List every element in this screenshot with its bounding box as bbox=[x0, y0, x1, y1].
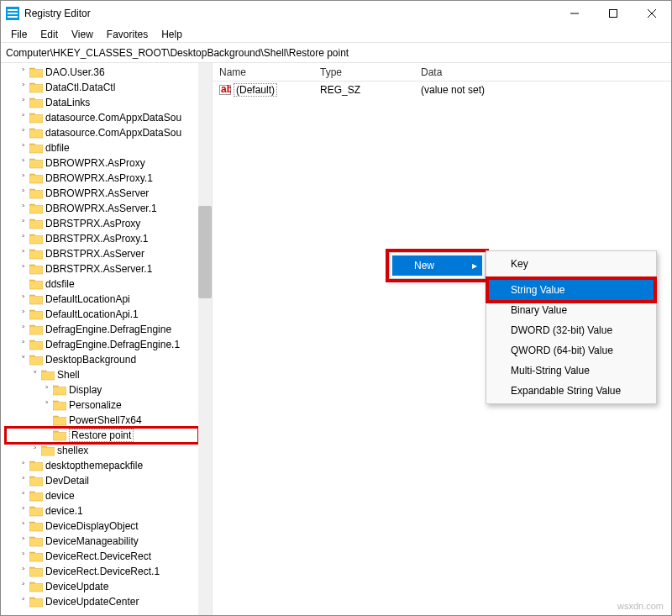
ctx-item[interactable]: Expandable String Value bbox=[489, 381, 654, 401]
menu-edit[interactable]: Edit bbox=[34, 27, 65, 42]
collapse-icon[interactable]: ˅ bbox=[29, 370, 41, 381]
expand-icon[interactable]: ˃ bbox=[18, 491, 29, 502]
value-row[interactable]: ab (Default) REG_SZ (value not set) bbox=[213, 82, 671, 98]
tree-item[interactable]: ˃DBROWPRX.AsServer.1 bbox=[6, 201, 198, 216]
tree-item[interactable]: ˃DBRSTPRX.AsProxy bbox=[6, 216, 198, 231]
menu-favorites[interactable]: Favorites bbox=[100, 27, 155, 42]
tree-label: device bbox=[45, 490, 75, 502]
expand-icon[interactable]: ˃ bbox=[18, 234, 29, 245]
expand-icon[interactable]: ˃ bbox=[18, 461, 29, 471]
expand-icon[interactable]: ˃ bbox=[18, 264, 29, 275]
tree-label: DefaultLocationApi.1 bbox=[45, 308, 139, 320]
tree-item[interactable]: ˃DefragEngine.DefragEngine bbox=[6, 322, 198, 337]
context-menu-primary: New ▸ bbox=[389, 252, 486, 279]
expand-icon[interactable]: ˃ bbox=[18, 506, 29, 517]
tree-item[interactable]: ˃device.1 bbox=[6, 503, 198, 519]
context-submenu-new: KeyString ValueBinary ValueDWORD (32-bit… bbox=[486, 250, 657, 404]
tree-item[interactable]: ˃DevDetail bbox=[6, 473, 198, 488]
tree-item[interactable]: ·PowerShell7x64 bbox=[6, 413, 198, 428]
expand-icon[interactable]: ˃ bbox=[18, 476, 29, 487]
ctx-new[interactable]: New ▸ bbox=[392, 255, 482, 276]
tree-item[interactable]: ˃DeviceRect.DeviceRect.1 bbox=[6, 564, 198, 579]
tree-item[interactable]: ˃DBRSTPRX.AsProxy.1 bbox=[6, 231, 198, 246]
expand-icon[interactable]: ˃ bbox=[18, 158, 29, 169]
tree-item[interactable]: ˃DAO.User.36 bbox=[6, 65, 198, 80]
expand-icon[interactable]: ˃ bbox=[18, 97, 29, 108]
ctx-item[interactable]: String Value bbox=[489, 280, 654, 300]
expand-icon[interactable]: ˃ bbox=[18, 173, 29, 184]
col-type[interactable]: Type bbox=[313, 66, 414, 78]
expand-icon[interactable]: ˃ bbox=[18, 218, 29, 229]
tree-item[interactable]: ˃DeviceManageability bbox=[6, 534, 198, 549]
expand-icon[interactable]: ˃ bbox=[18, 67, 29, 78]
minimize-button[interactable] bbox=[555, 1, 594, 26]
tree-item[interactable]: ˃DataCtl.DataCtl bbox=[6, 80, 198, 95]
expand-icon[interactable]: ˃ bbox=[18, 340, 29, 350]
maximize-button[interactable] bbox=[594, 1, 633, 26]
expand-icon[interactable]: ˃ bbox=[18, 294, 29, 305]
tree-item[interactable]: ˃DefragEngine.DefragEngine.1 bbox=[6, 337, 198, 352]
ctx-item[interactable]: Binary Value bbox=[489, 300, 654, 320]
expand-icon[interactable]: ˃ bbox=[29, 445, 41, 456]
tree-item[interactable]: ˃DeviceUpdate bbox=[6, 579, 198, 594]
tree-scrollbar[interactable] bbox=[198, 63, 212, 615]
menu-help[interactable]: Help bbox=[155, 27, 189, 42]
expand-icon[interactable]: ˃ bbox=[18, 113, 29, 124]
tree-item[interactable]: ˃shellex bbox=[6, 443, 198, 458]
tree-item[interactable]: ˃desktopthemepackfile bbox=[6, 458, 198, 473]
ctx-item[interactable]: Key bbox=[489, 254, 654, 274]
tree-item[interactable]: ˃Personalize bbox=[6, 398, 198, 413]
expand-icon[interactable]: ˃ bbox=[18, 143, 29, 154]
tree-item[interactable]: ˃DBRSTPRX.AsServer.1 bbox=[6, 261, 198, 276]
ctx-item[interactable]: Multi-String Value bbox=[489, 361, 654, 381]
tree-item[interactable]: ·ddsfile bbox=[6, 276, 198, 292]
tree-item[interactable]: ˃DataLinks bbox=[6, 95, 198, 110]
address-bar[interactable]: Computer\HKEY_CLASSES_ROOT\DesktopBackgr… bbox=[1, 43, 671, 63]
expand-icon[interactable]: ˃ bbox=[18, 521, 29, 532]
tree-item[interactable]: ˃datasource.ComAppxDataSou bbox=[6, 110, 198, 125]
tree-label: DBRSTPRX.AsServer bbox=[45, 248, 144, 260]
tree-item[interactable]: ˃DBRSTPRX.AsServer bbox=[6, 246, 198, 261]
tree-item[interactable]: ˃DefaultLocationApi bbox=[6, 292, 198, 307]
tree-item[interactable]: ˃DBROWPRX.AsProxy bbox=[6, 155, 198, 171]
tree-item[interactable]: ˅DesktopBackground bbox=[6, 352, 198, 367]
tree-item[interactable]: ˃DeviceUpdateCenter bbox=[6, 594, 198, 609]
tree-item[interactable]: ·Restore point bbox=[6, 428, 198, 443]
expand-icon[interactable]: ˃ bbox=[18, 566, 29, 577]
tree-item[interactable]: ˃DeviceRect.DeviceRect bbox=[6, 549, 198, 564]
tree-item[interactable]: ˃DBROWPRX.AsProxy.1 bbox=[6, 171, 198, 186]
ctx-item[interactable]: DWORD (32-bit) Value bbox=[489, 320, 654, 340]
expand-icon[interactable]: ˃ bbox=[18, 551, 29, 562]
close-button[interactable] bbox=[633, 1, 671, 26]
collapse-icon[interactable]: ˅ bbox=[18, 355, 29, 366]
expand-icon[interactable]: ˃ bbox=[18, 309, 29, 320]
tree-item[interactable]: ˃DefaultLocationApi.1 bbox=[6, 307, 198, 322]
expand-icon[interactable]: ˃ bbox=[18, 203, 29, 214]
expand-icon[interactable]: ˃ bbox=[18, 582, 29, 592]
expand-icon[interactable]: ˃ bbox=[18, 249, 29, 260]
app-icon bbox=[6, 7, 19, 20]
scrollbar-thumb[interactable] bbox=[198, 206, 212, 298]
tree-item[interactable]: ˃dbfile bbox=[6, 140, 198, 155]
expand-icon[interactable]: ˃ bbox=[41, 400, 53, 411]
expand-icon[interactable]: ˃ bbox=[18, 82, 29, 93]
expand-icon[interactable]: ˃ bbox=[18, 597, 29, 608]
ctx-item[interactable]: QWORD (64-bit) Value bbox=[489, 340, 654, 361]
menu-view[interactable]: View bbox=[65, 27, 100, 42]
expand-icon[interactable]: ˃ bbox=[18, 128, 29, 139]
expand-icon[interactable]: ˃ bbox=[18, 188, 29, 199]
expand-icon[interactable]: ˃ bbox=[18, 536, 29, 547]
tree-label: Display bbox=[69, 384, 102, 396]
tree-label: DefragEngine.DefragEngine.1 bbox=[45, 339, 180, 350]
tree-item[interactable]: ˅Shell bbox=[6, 367, 198, 382]
tree-item[interactable]: ˃datasource.ComAppxDataSou bbox=[6, 125, 198, 140]
col-data[interactable]: Data bbox=[414, 66, 671, 78]
expand-icon[interactable]: ˃ bbox=[18, 324, 29, 335]
menu-file[interactable]: File bbox=[4, 27, 34, 42]
tree-item[interactable]: ˃DBROWPRX.AsServer bbox=[6, 186, 198, 201]
expand-icon[interactable]: ˃ bbox=[41, 385, 53, 396]
col-name[interactable]: Name bbox=[213, 66, 313, 78]
tree-item[interactable]: ˃DeviceDisplayObject bbox=[6, 519, 198, 534]
tree-item[interactable]: ˃device bbox=[6, 488, 198, 503]
tree-item[interactable]: ˃Display bbox=[6, 382, 198, 398]
